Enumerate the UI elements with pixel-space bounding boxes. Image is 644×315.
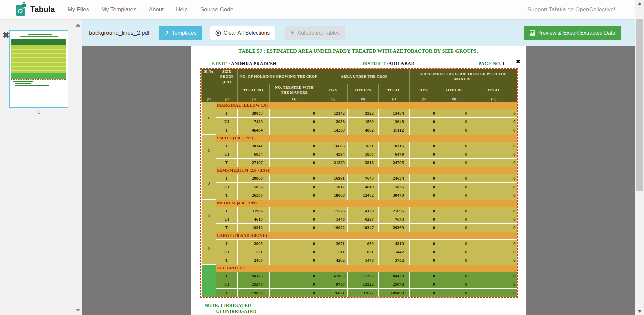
scrollbar-thumb[interactable]	[636, 19, 643, 191]
brand-title: Tabula	[30, 5, 55, 14]
sidebar-scroll-up-icon[interactable]	[76, 23, 80, 27]
navbar-menu: My FilesMy TemplatesAboutHelpSource Code	[68, 6, 246, 13]
page-meta-row: STATE : ANDHRA PRADESH DISTRICT :ADILABA…	[191, 61, 526, 67]
autodetect-tables-label: Autodetect Tables	[297, 30, 340, 36]
sidebar: ✖ 1	[0, 19, 82, 315]
mini-note-line	[15, 85, 49, 86]
lightning-icon	[290, 30, 295, 36]
circle-x-icon	[215, 30, 221, 36]
nav-item-source-code[interactable]: Source Code	[200, 6, 233, 13]
state-field: STATE : ANDHRA PRADESH	[212, 61, 276, 67]
export-button[interactable]: Preview & Export Extracted Data	[524, 26, 621, 40]
export-label: Preview & Export Extracted Data	[537, 30, 615, 36]
close-selection-button[interactable]: ✖	[516, 59, 520, 64]
toolbar: background_lines_2.pdf Templates Clear A…	[82, 19, 635, 46]
table-title: TABLE 5J : ESTIMATED AREA UNDER PADDY TR…	[191, 48, 526, 54]
page-number-label: 1	[9, 109, 68, 116]
templates-button[interactable]: Templates	[159, 26, 202, 40]
district-label: DISTRICT :	[362, 61, 388, 66]
templates-label: Templates	[172, 30, 197, 36]
state-label: STATE :	[212, 61, 230, 66]
state-value: ANDHRA PRADESH	[231, 61, 277, 66]
tabula-logo-icon	[15, 2, 27, 17]
tabula-app: Tabula My FilesMy TemplatesAboutHelpSour…	[0, 0, 644, 315]
clear-selections-button[interactable]: Clear All Selections	[210, 26, 275, 40]
page-no-value: 1	[502, 61, 505, 66]
mini-title-line	[28, 34, 51, 35]
table-region: Sl.NoSIZE GROUP (HA)NO. OF HOLDINGS GROW…	[201, 69, 517, 297]
mini-title-line	[20, 36, 58, 37]
page-thumbnail[interactable]	[9, 30, 68, 108]
clear-selections-label: Clear All Selections	[223, 30, 270, 36]
page-no-field: PAGE NO. 1	[478, 61, 505, 67]
district-value: ADILABAD	[388, 61, 414, 66]
sidebar-scroll-down-icon[interactable]	[76, 309, 80, 312]
scrollbar-down-icon[interactable]	[638, 310, 642, 313]
nav-item-about[interactable]: About	[149, 6, 163, 13]
template-upload-icon	[165, 31, 170, 36]
thumbnail-page-preview	[10, 31, 68, 107]
table-selection-box[interactable]	[200, 68, 518, 298]
mini-note-line	[13, 81, 33, 82]
vertical-scrollbar[interactable]	[635, 0, 644, 315]
district-field: DISTRICT :ADILABAD	[362, 61, 415, 67]
note-line-1: NOTE: I-IRRIGATED	[205, 303, 251, 308]
pdf-viewer: TABLE 5J : ESTIMATED AREA UNDER PADDY TR…	[82, 46, 635, 315]
table-grid-icon	[530, 30, 535, 36]
note-line-2: UI-UNIRRIGATED	[216, 309, 256, 314]
pdf-filename: background_lines_2.pdf	[89, 30, 150, 36]
nav-item-my-templates[interactable]: My Templates	[101, 6, 137, 13]
autodetect-tables-button[interactable]: Autodetect Tables	[285, 26, 345, 40]
mini-table	[11, 39, 66, 79]
mini-selection-border	[11, 39, 66, 80]
support-link[interactable]: Support Tabula on OpenCollective!	[528, 6, 615, 13]
brand[interactable]: Tabula	[15, 2, 55, 17]
navbar: Tabula My FilesMy TemplatesAboutHelpSour…	[0, 0, 635, 19]
page-no-label: PAGE NO.	[478, 61, 501, 66]
pdf-page[interactable]: TABLE 5J : ESTIMATED AREA UNDER PADDY TR…	[191, 46, 526, 315]
nav-item-my-files[interactable]: My Files	[68, 6, 89, 13]
nav-item-help[interactable]: Help	[176, 6, 188, 13]
remove-page-button[interactable]: ✖	[3, 31, 10, 39]
scrollbar-up-icon[interactable]	[638, 2, 642, 5]
mini-note-line	[15, 83, 31, 84]
